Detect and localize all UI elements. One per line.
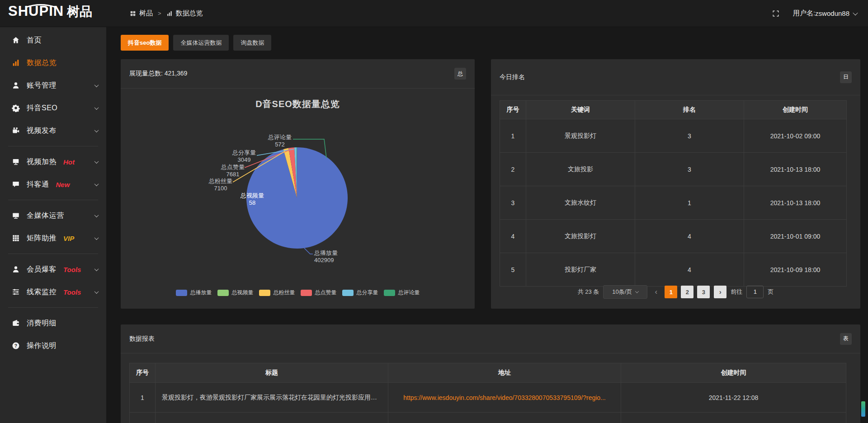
username-label: 用户名: bbox=[793, 9, 815, 18]
page-size-select[interactable]: 10条/页 bbox=[603, 285, 647, 299]
prev-page-button[interactable]: ‹ bbox=[651, 287, 660, 296]
sidebar-item-clue-monitor[interactable]: 线索监控Tools bbox=[0, 281, 106, 303]
pie-slice-4[interactable] bbox=[294, 147, 297, 198]
chart-legend: 总播放量总视频量总粉丝量总点赞量总分享量总评论量 bbox=[121, 289, 475, 296]
column-header: 创建时间 bbox=[744, 101, 847, 119]
sidebar-item-operation-guide[interactable]: ?操作说明 bbox=[0, 334, 106, 357]
cell: 1 bbox=[635, 186, 744, 220]
table-view-button[interactable]: 表 bbox=[840, 333, 852, 345]
pie-slice-5[interactable] bbox=[297, 147, 297, 198]
chart-bar-icon bbox=[12, 59, 20, 67]
legend-item[interactable]: 总评论量 bbox=[384, 289, 420, 296]
sidebar-item-label: 视频加热 bbox=[27, 157, 57, 167]
daily-view-button[interactable]: 日 bbox=[840, 71, 852, 83]
column-header: 标题 bbox=[156, 363, 388, 383]
cell bbox=[130, 413, 156, 423]
sidebar-item-douyin-seo[interactable]: 抖音SEO bbox=[0, 97, 106, 119]
sidebar-item-video-publish[interactable]: 视频发布 bbox=[0, 119, 106, 142]
legend-label: 总播放量 bbox=[190, 289, 212, 296]
sidebar-menu: 首页数据总览账号管理抖音SEO视频发布视频加热Hot抖客通New全媒体运营矩阵助… bbox=[0, 27, 106, 423]
page-button-2[interactable]: 2 bbox=[681, 286, 693, 298]
legend-swatch bbox=[259, 290, 270, 296]
sidebar-item-label: 首页 bbox=[27, 36, 42, 45]
cell: 3 bbox=[635, 153, 744, 186]
fullscreen-icon[interactable] bbox=[772, 10, 779, 17]
floating-widget[interactable] bbox=[861, 401, 865, 417]
table-row: 5投影灯厂家42021-10-09 18:00 bbox=[500, 253, 847, 287]
legend-item[interactable]: 总分享量 bbox=[342, 289, 378, 296]
question-icon: ? bbox=[12, 342, 20, 350]
breadcrumb-item-shupin[interactable]: 树品 bbox=[130, 9, 153, 18]
sidebar-item-media-operation[interactable]: 全媒体运营 bbox=[0, 204, 106, 227]
pie-slice-1[interactable] bbox=[283, 149, 297, 198]
total-view-button[interactable]: 总 bbox=[454, 68, 466, 80]
legend-item[interactable]: 总视频量 bbox=[217, 289, 254, 296]
cell: 3 bbox=[500, 186, 526, 220]
chevron-down-icon bbox=[94, 105, 99, 110]
pie-label-plays: 总播放量402909 bbox=[314, 249, 364, 264]
svg-text:?: ? bbox=[14, 343, 17, 348]
cell: 4 bbox=[500, 220, 526, 253]
cell: 景观投影灯 bbox=[526, 119, 635, 153]
legend-swatch bbox=[384, 290, 395, 296]
column-header: 关键词 bbox=[526, 101, 635, 119]
home-icon bbox=[12, 36, 20, 44]
column-header: 序号 bbox=[130, 363, 156, 383]
breadcrumb: 树品>数据总览 bbox=[130, 0, 203, 27]
cell: 5 bbox=[500, 253, 526, 287]
legend-item[interactable]: 总粉丝量 bbox=[259, 289, 295, 296]
sidebar-item-badge: Hot bbox=[63, 158, 75, 166]
pie-slice-2[interactable] bbox=[283, 148, 297, 198]
username[interactable]: zswodun88 bbox=[815, 9, 849, 17]
tab-media-operation-data[interactable]: 全媒体运营数据 bbox=[173, 35, 229, 51]
sidebar-item-account-manage[interactable]: 账号管理 bbox=[0, 74, 106, 97]
legend-swatch bbox=[176, 290, 187, 296]
page-button-1[interactable]: 1 bbox=[665, 286, 677, 298]
sidebar-item-video-heat[interactable]: 视频加热Hot bbox=[0, 150, 106, 173]
tab-inquiry-data[interactable]: 询盘数据 bbox=[233, 35, 271, 51]
sidebar-item-douketong[interactable]: 抖客通New bbox=[0, 173, 106, 196]
cell: 景观投影灯，夜游景观投影灯厂家展示展示落花灯在花园里的灯光投影应用效果 # bbox=[156, 383, 388, 413]
sidebar-item-label: 会员爆客 bbox=[27, 265, 57, 274]
sidebar-item-consume-detail[interactable]: 消费明细 bbox=[0, 312, 106, 334]
label-line-shares bbox=[257, 149, 294, 155]
link-cell[interactable]: https://www.iesdouyin.com/share/video/70… bbox=[388, 383, 621, 413]
table-head: 序号关键词排名创建时间 bbox=[500, 101, 847, 119]
cell: 2 bbox=[500, 153, 526, 186]
tab-douyin-seo-data[interactable]: 抖音seo数据 bbox=[121, 35, 169, 51]
table-row-partial bbox=[130, 413, 846, 423]
ranking-panel-header: 今日排名 日 bbox=[491, 59, 860, 95]
legend-label: 总点赞量 bbox=[315, 289, 337, 296]
sidebar-divider bbox=[8, 307, 98, 308]
sidebar-item-label: 抖音SEO bbox=[27, 103, 57, 113]
sidebar-item-member-baoke[interactable]: 会员爆客Tools bbox=[0, 258, 106, 281]
legend-item[interactable]: 总播放量 bbox=[176, 289, 212, 296]
monitor-icon bbox=[12, 212, 20, 220]
video-camera-icon bbox=[12, 127, 20, 135]
apps-icon bbox=[130, 10, 136, 17]
page-button-3[interactable]: 3 bbox=[697, 286, 710, 298]
cell: 文旅投影 bbox=[526, 153, 635, 186]
pie-slice-3[interactable] bbox=[288, 147, 297, 198]
chevron-down-icon bbox=[94, 235, 99, 240]
sidebar-item-data-overview[interactable]: 数据总览 bbox=[0, 52, 106, 74]
sidebar-item-home[interactable]: 首页 bbox=[0, 29, 106, 52]
chevron-down-icon[interactable] bbox=[853, 10, 858, 15]
pie-chart[interactable] bbox=[121, 59, 475, 309]
next-page-button[interactable]: › bbox=[714, 286, 726, 298]
chart-title: D音SEO数据量总览 bbox=[121, 98, 475, 110]
legend-label: 总分享量 bbox=[357, 289, 378, 296]
goto-page-input[interactable]: 1 bbox=[746, 286, 764, 298]
goto-unit: 页 bbox=[768, 288, 774, 296]
legend-item[interactable]: 总点赞量 bbox=[301, 289, 337, 296]
wallet-icon bbox=[12, 319, 20, 327]
topbar: SHUPIN 树品 树品>数据总览 用户名: zswodun88 bbox=[0, 0, 868, 27]
user-area: 用户名: zswodun88 bbox=[772, 0, 857, 27]
cell: 2021-10-02 09:00 bbox=[744, 119, 847, 153]
breadcrumb-item-data-overview[interactable]: 数据总览 bbox=[166, 9, 203, 18]
cell: 2021-10-01 09:00 bbox=[744, 220, 847, 253]
pagination: 共 23 条 10条/页 ‹ 123 › 前往 1 页 bbox=[491, 285, 860, 299]
screen-play-icon bbox=[12, 158, 20, 166]
member-icon bbox=[12, 265, 20, 273]
sidebar-item-matrix-boost[interactable]: 矩阵助推VIP bbox=[0, 227, 106, 249]
